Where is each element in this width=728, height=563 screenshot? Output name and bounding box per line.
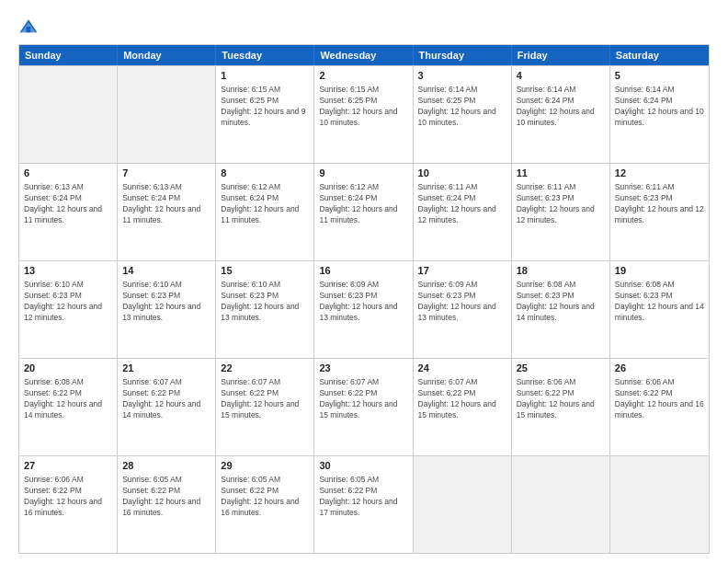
- day-number: 5: [615, 69, 704, 83]
- cal-cell: [414, 456, 512, 553]
- week-row-3: 13Sunrise: 6:10 AMSunset: 6:23 PMDayligh…: [19, 260, 709, 358]
- svg-rect-2: [27, 27, 31, 32]
- cal-cell: 26Sunrise: 6:06 AMSunset: 6:22 PMDayligh…: [610, 359, 709, 455]
- cal-cell: 13Sunrise: 6:10 AMSunset: 6:23 PMDayligh…: [19, 261, 118, 358]
- cal-cell: [19, 66, 118, 163]
- day-number: 12: [615, 167, 704, 180]
- day-number: 16: [319, 264, 407, 278]
- day-number: 10: [418, 167, 506, 180]
- day-info: Sunrise: 6:05 AMSunset: 6:22 PMDaylight:…: [122, 475, 210, 519]
- day-info: Sunrise: 6:06 AMSunset: 6:22 PMDaylight:…: [517, 377, 605, 421]
- day-info: Sunrise: 6:11 AMSunset: 6:23 PMDaylight:…: [615, 182, 704, 226]
- cal-cell: 1Sunrise: 6:15 AMSunset: 6:25 PMDaylight…: [216, 66, 314, 163]
- day-number: 15: [221, 264, 309, 278]
- cal-cell: 6Sunrise: 6:13 AMSunset: 6:24 PMDaylight…: [19, 164, 118, 260]
- cal-cell: 7Sunrise: 6:13 AMSunset: 6:24 PMDaylight…: [118, 164, 216, 260]
- cal-cell: 29Sunrise: 6:05 AMSunset: 6:22 PMDayligh…: [216, 456, 314, 553]
- day-info: Sunrise: 6:05 AMSunset: 6:22 PMDaylight:…: [319, 475, 407, 519]
- day-info: Sunrise: 6:11 AMSunset: 6:23 PMDaylight:…: [517, 182, 605, 226]
- weekday-header-friday: Friday: [512, 45, 610, 65]
- cal-cell: 27Sunrise: 6:06 AMSunset: 6:22 PMDayligh…: [19, 456, 118, 553]
- calendar-body: 1Sunrise: 6:15 AMSunset: 6:25 PMDaylight…: [19, 65, 709, 553]
- day-info: Sunrise: 6:06 AMSunset: 6:22 PMDaylight:…: [24, 475, 112, 519]
- day-number: 19: [615, 264, 704, 278]
- cal-cell: 19Sunrise: 6:08 AMSunset: 6:23 PMDayligh…: [610, 261, 709, 358]
- day-number: 18: [517, 264, 605, 278]
- day-info: Sunrise: 6:06 AMSunset: 6:22 PMDaylight:…: [615, 377, 704, 421]
- day-info: Sunrise: 6:07 AMSunset: 6:22 PMDaylight:…: [122, 377, 210, 421]
- calendar: SundayMondayTuesdayWednesdayThursdayFrid…: [18, 44, 710, 554]
- day-number: 14: [122, 264, 210, 278]
- day-info: Sunrise: 6:10 AMSunset: 6:23 PMDaylight:…: [122, 280, 210, 324]
- cal-cell: 17Sunrise: 6:09 AMSunset: 6:23 PMDayligh…: [414, 261, 512, 358]
- day-number: 24: [418, 362, 506, 375]
- day-number: 17: [418, 264, 506, 278]
- week-row-2: 6Sunrise: 6:13 AMSunset: 6:24 PMDaylight…: [19, 163, 709, 260]
- day-info: Sunrise: 6:08 AMSunset: 6:23 PMDaylight:…: [517, 280, 605, 324]
- day-number: 4: [517, 69, 605, 83]
- day-number: 11: [517, 167, 605, 180]
- day-number: 30: [319, 459, 407, 473]
- day-number: 23: [319, 362, 407, 375]
- cal-cell: 3Sunrise: 6:14 AMSunset: 6:25 PMDaylight…: [414, 66, 512, 163]
- day-number: 13: [24, 264, 112, 278]
- day-number: 1: [221, 69, 309, 83]
- day-info: Sunrise: 6:09 AMSunset: 6:23 PMDaylight:…: [319, 280, 407, 324]
- day-number: 27: [24, 459, 112, 473]
- week-row-5: 27Sunrise: 6:06 AMSunset: 6:22 PMDayligh…: [19, 455, 709, 553]
- day-number: 29: [221, 459, 309, 473]
- day-info: Sunrise: 6:07 AMSunset: 6:22 PMDaylight:…: [418, 377, 506, 421]
- cal-cell: 11Sunrise: 6:11 AMSunset: 6:23 PMDayligh…: [512, 164, 610, 260]
- day-info: Sunrise: 6:07 AMSunset: 6:22 PMDaylight:…: [319, 377, 407, 421]
- day-info: Sunrise: 6:12 AMSunset: 6:24 PMDaylight:…: [319, 182, 407, 226]
- day-number: 8: [221, 167, 309, 180]
- cal-cell: 23Sunrise: 6:07 AMSunset: 6:22 PMDayligh…: [314, 359, 413, 455]
- logo-icon: [18, 17, 39, 37]
- day-number: 20: [24, 362, 112, 375]
- cal-cell: 2Sunrise: 6:15 AMSunset: 6:25 PMDaylight…: [314, 66, 413, 163]
- cal-cell: [610, 456, 709, 553]
- day-info: Sunrise: 6:11 AMSunset: 6:24 PMDaylight:…: [418, 182, 506, 226]
- cal-cell: 14Sunrise: 6:10 AMSunset: 6:23 PMDayligh…: [118, 261, 216, 358]
- cal-cell: 8Sunrise: 6:12 AMSunset: 6:24 PMDaylight…: [216, 164, 314, 260]
- day-info: Sunrise: 6:08 AMSunset: 6:22 PMDaylight:…: [24, 377, 112, 421]
- day-info: Sunrise: 6:10 AMSunset: 6:23 PMDaylight:…: [24, 280, 112, 324]
- cal-cell: 18Sunrise: 6:08 AMSunset: 6:23 PMDayligh…: [512, 261, 610, 358]
- cal-cell: 9Sunrise: 6:12 AMSunset: 6:24 PMDaylight…: [314, 164, 413, 260]
- cal-cell: [118, 66, 216, 163]
- weekday-header-saturday: Saturday: [610, 45, 709, 65]
- calendar-header-row: SundayMondayTuesdayWednesdayThursdayFrid…: [19, 45, 709, 65]
- weekday-header-thursday: Thursday: [414, 45, 512, 65]
- cal-cell: 30Sunrise: 6:05 AMSunset: 6:22 PMDayligh…: [314, 456, 413, 553]
- day-info: Sunrise: 6:13 AMSunset: 6:24 PMDaylight:…: [24, 182, 112, 226]
- day-number: 2: [319, 69, 407, 83]
- day-info: Sunrise: 6:07 AMSunset: 6:22 PMDaylight:…: [221, 377, 309, 421]
- day-info: Sunrise: 6:10 AMSunset: 6:23 PMDaylight:…: [221, 280, 309, 324]
- cal-cell: 21Sunrise: 6:07 AMSunset: 6:22 PMDayligh…: [118, 359, 216, 455]
- page: SundayMondayTuesdayWednesdayThursdayFrid…: [0, 0, 728, 563]
- day-number: 7: [122, 167, 210, 180]
- cal-cell: 10Sunrise: 6:11 AMSunset: 6:24 PMDayligh…: [414, 164, 512, 260]
- cal-cell: 4Sunrise: 6:14 AMSunset: 6:24 PMDaylight…: [512, 66, 610, 163]
- weekday-header-wednesday: Wednesday: [314, 45, 413, 65]
- day-number: 22: [221, 362, 309, 375]
- cal-cell: [512, 456, 610, 553]
- day-number: 21: [122, 362, 210, 375]
- cal-cell: 20Sunrise: 6:08 AMSunset: 6:22 PMDayligh…: [19, 359, 118, 455]
- cal-cell: 12Sunrise: 6:11 AMSunset: 6:23 PMDayligh…: [610, 164, 709, 260]
- header: [18, 17, 710, 37]
- cal-cell: 22Sunrise: 6:07 AMSunset: 6:22 PMDayligh…: [216, 359, 314, 455]
- day-info: Sunrise: 6:13 AMSunset: 6:24 PMDaylight:…: [122, 182, 210, 226]
- day-info: Sunrise: 6:08 AMSunset: 6:23 PMDaylight:…: [615, 280, 704, 324]
- day-info: Sunrise: 6:15 AMSunset: 6:25 PMDaylight:…: [319, 85, 407, 129]
- logo: [18, 17, 42, 37]
- week-row-1: 1Sunrise: 6:15 AMSunset: 6:25 PMDaylight…: [19, 65, 709, 163]
- day-number: 25: [517, 362, 605, 375]
- weekday-header-sunday: Sunday: [19, 45, 118, 65]
- weekday-header-monday: Monday: [118, 45, 216, 65]
- day-info: Sunrise: 6:14 AMSunset: 6:25 PMDaylight:…: [418, 85, 506, 129]
- day-info: Sunrise: 6:14 AMSunset: 6:24 PMDaylight:…: [517, 85, 605, 129]
- day-number: 26: [615, 362, 704, 375]
- cal-cell: 15Sunrise: 6:10 AMSunset: 6:23 PMDayligh…: [216, 261, 314, 358]
- day-info: Sunrise: 6:09 AMSunset: 6:23 PMDaylight:…: [418, 280, 506, 324]
